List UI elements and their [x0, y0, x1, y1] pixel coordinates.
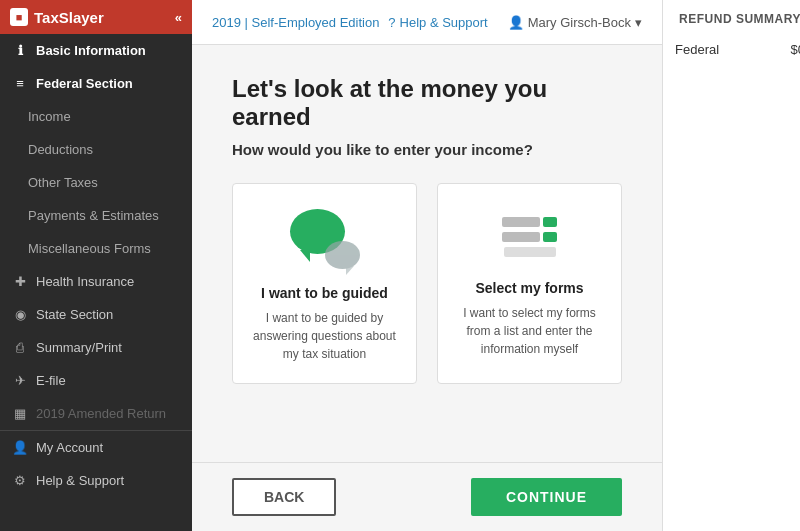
sidebar-item-state-section[interactable]: ◉ State Section — [0, 298, 192, 331]
sidebar-item-label: 2019 Amended Return — [36, 406, 166, 421]
account-icon: 👤 — [12, 440, 28, 455]
sidebar-item-misc-forms[interactable]: Miscellaneous Forms — [0, 232, 192, 265]
federal-value: $0 — [791, 42, 800, 57]
sidebar-item-label: E-file — [36, 373, 66, 388]
tax-year: 2019 — [212, 15, 241, 30]
sidebar-item-label: Health Insurance — [36, 274, 134, 289]
forms-description: I want to select my forms from a list an… — [458, 304, 601, 358]
logo-icon: ■ — [10, 8, 28, 26]
main-area: 2019 | Self-Employed Edition ? Help & Su… — [192, 0, 662, 531]
app-name: TaxSlayer — [34, 9, 104, 26]
user-name: Mary Girsch-Bock — [528, 15, 631, 30]
question-icon: ? — [388, 15, 395, 30]
state-icon: ◉ — [12, 307, 28, 322]
user-icon: 👤 — [508, 15, 524, 30]
back-button[interactable]: BACK — [232, 478, 336, 516]
chevron-down-icon: ▾ — [635, 15, 642, 30]
refund-summary-title: REFUND SUMMARY — [675, 12, 800, 26]
sidebar-item-label: Deductions — [28, 142, 93, 157]
sidebar-item-basic-info[interactable]: ℹ Basic Information — [0, 34, 192, 67]
sidebar-item-efile[interactable]: ✈ E-file — [0, 364, 192, 397]
federal-icon: ≡ — [12, 76, 28, 91]
content-area: Let's look at the money you earned How w… — [192, 45, 662, 462]
sidebar-item-payments-estimates[interactable]: Payments & Estimates — [0, 199, 192, 232]
sidebar-item-amended-return[interactable]: ▦ 2019 Amended Return — [0, 397, 192, 430]
sidebar-item-my-account[interactable]: 👤 My Account — [0, 431, 192, 464]
guided-description: I want to be guided by answering questio… — [253, 309, 396, 363]
federal-refund-row: Federal $0 — [675, 38, 800, 61]
efile-icon: ✈ — [12, 373, 28, 388]
sidebar-item-help-support[interactable]: ⚙ Help & Support — [0, 464, 192, 497]
sidebar-item-label: Income — [28, 109, 71, 124]
sidebar-item-label: Federal Section — [36, 76, 133, 91]
health-icon: ✚ — [12, 274, 28, 289]
help-link-label: Help & Support — [400, 15, 488, 30]
print-icon: ⎙ — [12, 340, 28, 355]
guided-icon — [290, 209, 360, 269]
sidebar-item-summary-print[interactable]: ⎙ Summary/Print — [0, 331, 192, 364]
guided-option-card[interactable]: I want to be guided I want to be guided … — [232, 183, 417, 384]
sidebar-item-label: State Section — [36, 307, 113, 322]
page-title: Let's look at the money you earned — [232, 75, 622, 131]
sidebar-item-label: Other Taxes — [28, 175, 98, 190]
sidebar-header: ■ TaxSlayer « — [0, 0, 192, 34]
select-forms-card[interactable]: Select my forms I want to select my form… — [437, 183, 622, 384]
sidebar-item-health-insurance[interactable]: ✚ Health Insurance — [0, 265, 192, 298]
sidebar-item-label: Basic Information — [36, 43, 146, 58]
sidebar-item-label: Summary/Print — [36, 340, 122, 355]
sidebar-item-federal-section[interactable]: ≡ Federal Section — [0, 67, 192, 100]
sidebar-item-label: My Account — [36, 440, 103, 455]
page-subtitle: How would you like to enter your income? — [232, 141, 622, 158]
sidebar-item-other-taxes[interactable]: Other Taxes — [0, 166, 192, 199]
continue-button[interactable]: CONTINUE — [471, 478, 622, 516]
collapse-button[interactable]: « — [175, 10, 182, 25]
federal-label: Federal — [675, 42, 719, 57]
bottom-bar: BACK CONTINUE — [192, 462, 662, 531]
sidebar-item-label: Help & Support — [36, 473, 124, 488]
topbar-right: ? Help & Support 👤 Mary Girsch-Bock ▾ — [388, 15, 642, 30]
help-support-link[interactable]: ? Help & Support — [388, 15, 487, 30]
help-icon: ⚙ — [12, 473, 28, 488]
topbar-left: 2019 | Self-Employed Edition — [212, 15, 379, 30]
sidebar-nav: ℹ Basic Information ≡ Federal Section In… — [0, 34, 192, 531]
option-cards: I want to be guided I want to be guided … — [232, 183, 622, 384]
amended-icon: ▦ — [12, 406, 28, 421]
sidebar-item-label: Miscellaneous Forms — [28, 241, 151, 256]
sidebar-item-label: Payments & Estimates — [28, 208, 159, 223]
sidebar-item-income[interactable]: Income — [0, 100, 192, 133]
sidebar-item-deductions[interactable]: Deductions — [0, 133, 192, 166]
topbar: 2019 | Self-Employed Edition ? Help & Su… — [192, 0, 662, 45]
sidebar: ■ TaxSlayer « ℹ Basic Information ≡ Fede… — [0, 0, 192, 531]
forms-icon — [500, 209, 560, 264]
info-icon: ℹ — [12, 43, 28, 58]
edition-name: Self-Employed Edition — [252, 15, 380, 30]
refund-summary-panel: REFUND SUMMARY Federal $0 — [662, 0, 800, 531]
forms-title: Select my forms — [475, 280, 583, 296]
guided-title: I want to be guided — [261, 285, 388, 301]
user-menu[interactable]: 👤 Mary Girsch-Bock ▾ — [508, 15, 642, 30]
